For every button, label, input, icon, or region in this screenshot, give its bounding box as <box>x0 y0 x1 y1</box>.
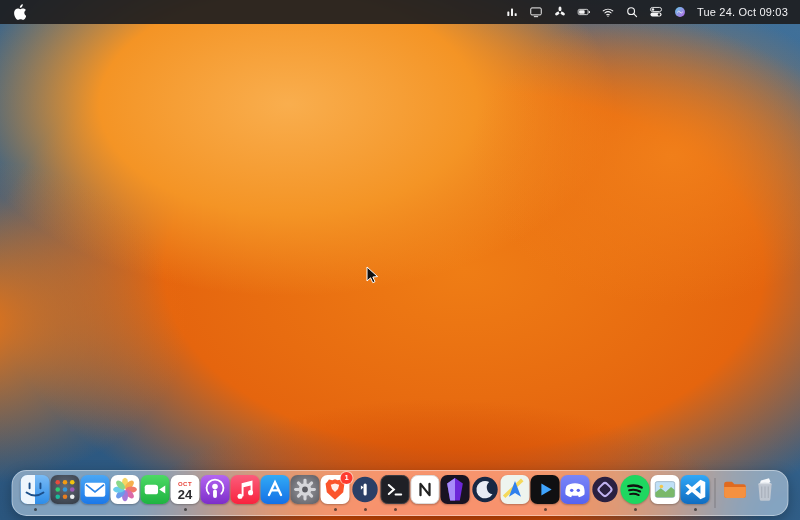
apple-menu[interactable] <box>12 5 26 20</box>
raycast-icon <box>591 475 620 504</box>
calendar-icon: OCT24 <box>171 475 200 504</box>
spotlight-icon[interactable] <box>625 5 639 19</box>
app-store-icon <box>261 475 290 504</box>
dock-item-raycast[interactable] <box>591 475 620 512</box>
dock-item-moon-app[interactable] <box>471 475 500 512</box>
vscode-running-indicator <box>694 508 697 511</box>
spotify-icon <box>621 475 650 504</box>
dock-item-facetime[interactable] <box>141 475 170 512</box>
desktop-wallpaper <box>0 0 800 520</box>
terminal-running-indicator <box>394 508 397 511</box>
calendar-day-label: 24 <box>178 488 192 502</box>
dock-item-settings[interactable] <box>291 475 320 512</box>
control-center-icon[interactable] <box>649 5 663 19</box>
facetime-icon <box>141 475 170 504</box>
mail-icon <box>81 475 110 504</box>
photos-icon <box>111 475 140 504</box>
dock-item-preview[interactable] <box>651 475 680 512</box>
wifi-icon[interactable] <box>601 5 615 19</box>
dock-item-discord[interactable] <box>561 475 590 512</box>
podcasts-icon <box>201 475 230 504</box>
mouse-cursor <box>366 266 379 285</box>
dock-item-app-store[interactable] <box>261 475 290 512</box>
settings-icon <box>291 475 320 504</box>
dock-item-terminal[interactable] <box>381 475 410 512</box>
brave-running-indicator <box>334 508 337 511</box>
music-icon <box>231 475 260 504</box>
moon-app-icon <box>471 475 500 504</box>
battery-icon[interactable] <box>577 5 591 19</box>
dock-item-calendar[interactable]: OCT24 <box>171 475 200 512</box>
dock-item-podcasts[interactable] <box>201 475 230 512</box>
menu-bar-clock[interactable]: Tue 24. Oct 09:03 <box>697 6 788 18</box>
dock: OCT241 <box>12 470 789 516</box>
fan-icon[interactable] <box>553 5 567 19</box>
tv-running-indicator <box>544 508 547 511</box>
dock-item-music[interactable] <box>231 475 260 512</box>
dock-item-photos[interactable] <box>111 475 140 512</box>
apple-logo-icon <box>12 3 26 22</box>
status-icons <box>505 5 687 19</box>
dock-item-downloads[interactable] <box>721 475 750 512</box>
dock-item-vscode[interactable] <box>681 475 710 512</box>
discord-icon <box>561 475 590 504</box>
dock-item-mail[interactable] <box>81 475 110 512</box>
preview-icon <box>651 475 680 504</box>
dock-item-finder[interactable] <box>21 475 50 512</box>
finder-running-indicator <box>34 508 37 511</box>
notion-icon <box>411 475 440 504</box>
maps-icon <box>501 475 530 504</box>
calendar-running-indicator <box>184 508 187 511</box>
dock-item-trash[interactable] <box>751 475 780 512</box>
finder-icon <box>21 475 50 504</box>
macos-desktop: Tue 24. Oct 09:03 OCT241 <box>0 0 800 520</box>
menu-bar: Tue 24. Oct 09:03 <box>0 0 800 24</box>
trash-icon <box>751 475 780 504</box>
dock-item-tv[interactable] <box>531 475 560 512</box>
dock-item-spotify[interactable] <box>621 475 650 512</box>
dock-item-onepassword[interactable] <box>351 475 380 512</box>
siri-icon[interactable] <box>673 5 687 19</box>
tv-icon <box>531 475 560 504</box>
obsidian-icon <box>441 475 470 504</box>
stats-icon[interactable] <box>505 5 519 19</box>
dock-item-notion[interactable] <box>411 475 440 512</box>
launchpad-icon <box>51 475 80 504</box>
dock-item-maps[interactable] <box>501 475 530 512</box>
vscode-icon <box>681 475 710 504</box>
dock-item-obsidian[interactable] <box>441 475 470 512</box>
downloads-icon <box>721 475 750 504</box>
terminal-icon <box>381 475 410 504</box>
spotify-running-indicator <box>634 508 637 511</box>
onepassword-icon <box>351 475 380 504</box>
dock-item-brave[interactable]: 1 <box>321 475 350 512</box>
onepassword-running-indicator <box>364 508 367 511</box>
dock-separator <box>715 478 716 508</box>
display-icon[interactable] <box>529 5 543 19</box>
dock-item-launchpad[interactable] <box>51 475 80 512</box>
